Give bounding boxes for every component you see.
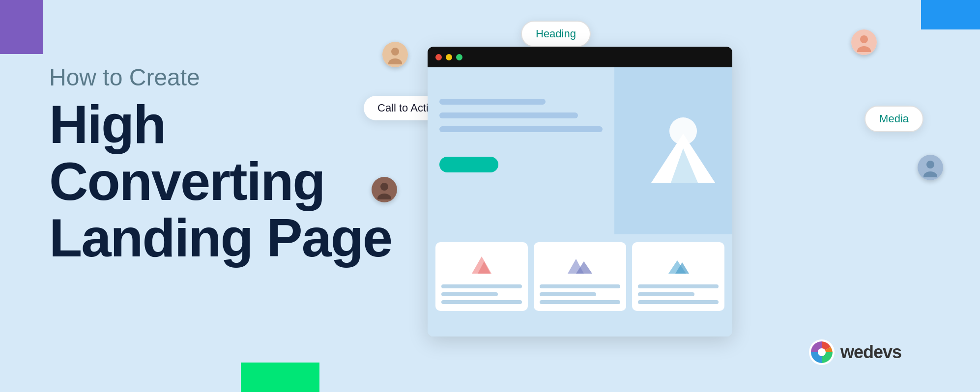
dot-green	[456, 54, 462, 60]
svg-point-4	[860, 35, 868, 43]
browser-body	[428, 67, 732, 336]
mini-card-3-line1	[638, 284, 719, 288]
mini-card-1-line3	[441, 300, 522, 304]
avatar-4	[918, 155, 943, 180]
browser-top-section	[428, 67, 732, 234]
mountain-illustration	[624, 109, 722, 193]
mini-card-1-line1	[441, 284, 522, 288]
mountain-svg	[624, 109, 722, 193]
wedevs-logo: wedevs	[809, 339, 901, 365]
browser-text-line-1	[439, 99, 546, 105]
mini-card-2	[534, 242, 626, 311]
wedevs-brand-name: wedevs	[840, 342, 901, 363]
browser-text-line-3	[439, 126, 603, 132]
svg-point-3	[377, 194, 391, 199]
svg-point-2	[380, 183, 388, 191]
browser-text-line-2	[439, 112, 578, 118]
browser-cards-section	[428, 234, 732, 319]
mini-card-1	[435, 242, 528, 311]
hero-subtitle: How to Create	[49, 64, 418, 91]
hero-main-title: High Converting Landing Page	[49, 96, 418, 266]
mini-card-2-img	[540, 249, 620, 279]
mini-card-3-img	[638, 249, 719, 279]
browser-titlebar	[428, 47, 732, 67]
wedevs-icon	[809, 339, 835, 365]
browser-image-section	[614, 67, 732, 234]
mini-card-1-line2	[441, 292, 498, 296]
heading-badge: Heading	[521, 21, 591, 47]
avatar-3	[851, 29, 877, 55]
mini-card-1-img	[441, 249, 522, 279]
media-badge: Media	[865, 106, 923, 132]
svg-point-1	[388, 58, 402, 64]
mini-card-2-line1	[540, 284, 620, 288]
browser-mockup	[428, 47, 732, 336]
mini-card-2-line2	[540, 292, 596, 296]
browser-text-section	[428, 67, 614, 234]
corner-blue-accent	[921, 0, 980, 29]
avatar-2	[372, 177, 397, 202]
svg-point-0	[391, 48, 399, 56]
dot-red	[435, 54, 442, 60]
svg-point-7	[923, 171, 937, 177]
svg-point-18	[818, 348, 826, 356]
svg-point-5	[857, 46, 871, 52]
dot-yellow	[446, 54, 452, 60]
mini-card-3-line3	[638, 300, 719, 304]
svg-point-6	[926, 161, 934, 168]
corner-purple-accent	[0, 0, 43, 54]
mini-card-3	[632, 242, 724, 311]
green-bottom-accent	[241, 363, 319, 392]
mini-card-3-line2	[638, 292, 694, 296]
browser-cta-button	[439, 157, 498, 172]
avatar-1	[382, 42, 408, 67]
hero-text-area: How to Create High Converting Landing Pa…	[49, 64, 418, 266]
mini-card-2-line3	[540, 300, 620, 304]
